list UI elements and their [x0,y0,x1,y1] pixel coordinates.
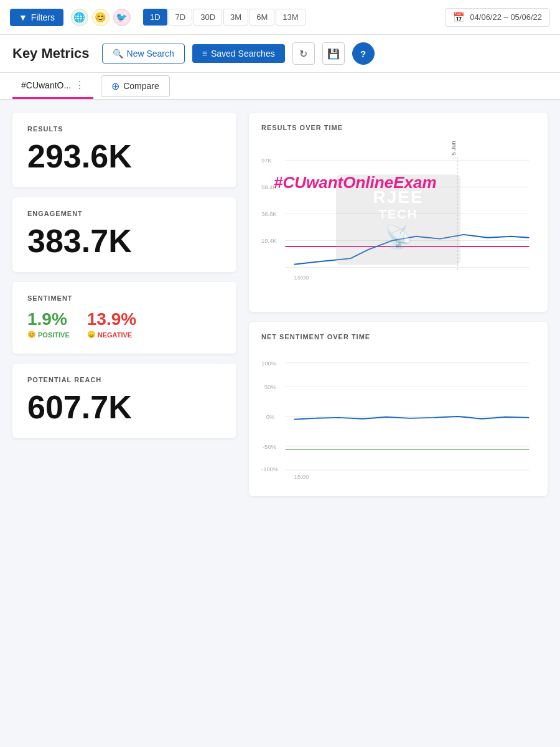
date-range[interactable]: 📅 04/06/22 – 05/06/22 [445,8,550,27]
main-content: RESULTS 293.6K ENGAGEMENT 383.7K SENTIME… [0,100,560,509]
negative-icon: 😞 [87,331,96,339]
nst-chart: 100% 50% 0% -50% -100% 15:00 [261,348,535,485]
results-value: 293.6K [27,140,222,172]
svg-text:38.8K: 38.8K [261,210,278,217]
compare-button[interactable]: ⊕ Compare [101,75,170,97]
refresh-icon: ↻ [299,48,307,60]
date-range-text: 04/06/22 – 05/06/22 [470,12,542,22]
negative-sentiment: 13.9% 😞 NEGATIVE [87,309,136,339]
filter-icon: ▼ [19,12,27,22]
nst-svg: 100% 50% 0% -50% -100% 15:00 [261,348,535,485]
time-btn-30d[interactable]: 30D [194,9,222,26]
calendar-icon: 📅 [453,12,465,23]
time-period-group: 1D 7D 30D 3M 6M 13M [143,9,306,26]
saved-searches-button[interactable]: ≡ Saved Searches [192,44,285,63]
search-tab[interactable]: #CUwantO... ⋮ [12,73,93,99]
time-btn-6m[interactable]: 6M [250,9,274,26]
metrics-header: Key Metrics 🔍 New Search ≡ Saved Searche… [0,35,560,73]
svg-text:50%: 50% [264,383,277,390]
time-btn-3m[interactable]: 3M [223,9,248,26]
hashtag-label: #CUwantOnlineExam [274,173,437,192]
tab-row: #CUwantO... ⋮ ⊕ Compare [0,73,560,100]
save-icon: 💾 [327,48,340,60]
time-btn-7d[interactable]: 7D [169,9,193,26]
svg-text:100%: 100% [261,360,277,367]
negative-label: 😞 NEGATIVE [87,331,136,339]
results-label: RESULTS [27,125,222,133]
top-bar: ▼ Filters 🌐 😊 🐦 1D 7D 30D 3M 6M 13M 📅 04… [0,0,560,35]
search-icon: 🔍 [113,49,123,59]
help-button[interactable]: ? [352,42,375,65]
rot-svg: 97K 58.4K 38.8K 19.4K 15:00 5 Jun [261,139,535,301]
positive-icon: 😊 [27,331,36,339]
nst-chart-title: NET SENTIMENT OVER TIME [261,333,535,341]
rot-chart-title: RESULTS OVER TIME [261,124,535,131]
net-sentiment-card: NET SENTIMENT OVER TIME 100% 50% 0% -50%… [249,322,548,496]
compare-label: Compare [123,81,159,91]
svg-text:19.4K: 19.4K [261,237,278,244]
page-title: Key Metrics [12,45,90,62]
potential-reach-label: POTENTIAL REACH [27,376,222,383]
platform-icons: 🌐 😊 🐦 [71,9,131,26]
saved-searches-label: Saved Searches [211,49,275,59]
sentiment-card: SENTIMENT 1.9% 😊 POSITIVE 13.9% 😞 NEGATI… [12,282,236,354]
time-btn-1d[interactable]: 1D [143,9,167,26]
results-card: RESULTS 293.6K [12,113,236,187]
platform-icon-red[interactable]: 🐦 [113,9,131,26]
results-over-time-card: RESULTS OVER TIME 97K 58.4K 38.8K 19.4K … [249,113,548,312]
potential-reach-value: 607.7K [27,391,222,423]
sentiment-row: 1.9% 😊 POSITIVE 13.9% 😞 NEGATIVE [27,309,222,339]
new-search-button[interactable]: 🔍 New Search [102,44,185,63]
svg-text:15:00: 15:00 [294,274,309,281]
time-btn-13m[interactable]: 13M [276,9,305,26]
rot-chart: 97K 58.4K 38.8K 19.4K 15:00 5 Jun #CUwan… [261,139,535,301]
plus-icon: ⊕ [111,80,119,92]
engagement-card: ENGAGEMENT 383.7K [12,197,236,272]
svg-text:5 Jun: 5 Jun [450,141,457,155]
svg-text:0%: 0% [266,413,275,420]
search-tab-label: #CUwantO... [21,80,71,90]
sentiment-label: SENTIMENT [27,294,222,302]
engagement-value: 383.7K [27,225,222,257]
list-icon: ≡ [202,49,207,59]
save-button[interactable]: 💾 [322,42,345,65]
right-column: RESULTS OVER TIME 97K 58.4K 38.8K 19.4K … [249,113,548,496]
left-column: RESULTS 293.6K ENGAGEMENT 383.7K SENTIME… [12,113,236,496]
positive-pct: 1.9% [27,309,70,329]
help-icon: ? [360,49,366,59]
platform-icon-yellow[interactable]: 😊 [92,9,110,26]
potential-reach-card: POTENTIAL REACH 607.7K [12,364,236,438]
positive-label: 😊 POSITIVE [27,331,70,339]
tab-options-icon[interactable]: ⋮ [75,79,85,91]
positive-sentiment: 1.9% 😊 POSITIVE [27,309,70,339]
svg-text:97K: 97K [261,157,273,164]
new-search-label: New Search [127,49,174,59]
negative-pct: 13.9% [87,309,136,329]
refresh-button[interactable]: ↻ [292,42,315,65]
filters-label: Filters [31,12,55,22]
svg-text:-50%: -50% [263,443,277,450]
svg-text:-100%: -100% [261,466,279,472]
engagement-label: ENGAGEMENT [27,210,222,217]
platform-icon-green[interactable]: 🌐 [71,9,88,26]
svg-text:15:00: 15:00 [294,473,309,480]
filters-button[interactable]: ▼ Filters [10,9,63,26]
